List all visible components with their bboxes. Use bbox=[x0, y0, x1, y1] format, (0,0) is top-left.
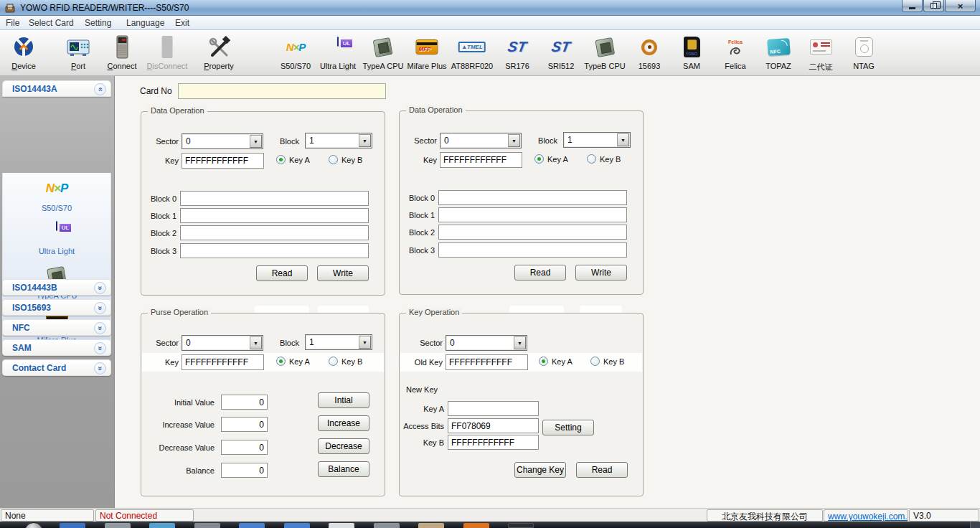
close-button[interactable]: × bbox=[945, 0, 976, 12]
key-b-radio[interactable]: Key B bbox=[587, 154, 621, 164]
toolbar-item-device[interactable]: Device bbox=[6, 34, 41, 70]
start-button[interactable] bbox=[24, 522, 43, 528]
toolbar-item-ntag[interactable]: NTAG bbox=[847, 34, 881, 70]
dropdown-arrow-icon[interactable]: ▼ bbox=[359, 336, 371, 349]
block1-input[interactable] bbox=[438, 207, 627, 222]
dropdown-arrow-icon[interactable]: ▼ bbox=[617, 133, 629, 146]
card-no-input[interactable] bbox=[178, 83, 386, 99]
block3-input[interactable] bbox=[438, 242, 627, 258]
sector-dropdown[interactable]: 0 ▼ bbox=[446, 335, 527, 351]
toolbar-item-mifare-plus[interactable]: MFP Mifare Plus bbox=[407, 34, 446, 70]
sidebar-section-nfc[interactable]: NFC » bbox=[2, 319, 111, 336]
toolbar-item-at88rf020[interactable]: ▲TMEL AT88RF020 bbox=[451, 34, 494, 70]
sidebar-section-iso14443b[interactable]: ISO14443B » bbox=[2, 279, 111, 296]
balance-input[interactable] bbox=[221, 463, 268, 478]
expand-button[interactable]: » bbox=[94, 322, 106, 334]
toolbar-item-sr176[interactable]: ST SR176 bbox=[500, 34, 534, 70]
taskbar-icon[interactable] bbox=[284, 523, 310, 528]
block2-input[interactable] bbox=[180, 225, 369, 240]
increase-value-input[interactable] bbox=[221, 417, 268, 432]
expand-button[interactable]: » bbox=[94, 342, 106, 354]
new-key-b-input[interactable] bbox=[448, 435, 539, 450]
block-dropdown[interactable]: 1 ▼ bbox=[563, 132, 631, 148]
key-b-radio[interactable]: Key B bbox=[590, 357, 624, 366]
sidebar-section-sam[interactable]: SAM » bbox=[2, 339, 111, 356]
key-a-radio[interactable]: Key A bbox=[276, 155, 310, 164]
block0-input[interactable] bbox=[180, 191, 369, 206]
taskbar-icon[interactable] bbox=[463, 523, 489, 528]
balance-button[interactable]: Balance bbox=[318, 461, 369, 477]
toolbar-item-15693[interactable]: 15693 bbox=[632, 34, 666, 70]
change-key-button[interactable]: Change Key bbox=[514, 462, 566, 478]
menu-language[interactable]: Language bbox=[123, 18, 167, 28]
access-bits-input[interactable] bbox=[448, 418, 539, 433]
taskbar-icon[interactable] bbox=[194, 523, 220, 528]
expand-button[interactable]: » bbox=[94, 282, 106, 294]
key-b-radio[interactable]: Key B bbox=[329, 155, 362, 164]
key-input[interactable] bbox=[440, 152, 522, 168]
expand-button[interactable]: » bbox=[94, 302, 106, 314]
taskbar[interactable] bbox=[0, 522, 980, 528]
block0-input[interactable] bbox=[438, 190, 627, 205]
toolbar-item-typeb-cpu[interactable]: TypeB CPU bbox=[584, 34, 625, 70]
toolbar-item-property[interactable]: Property bbox=[202, 34, 236, 70]
block3-input[interactable] bbox=[180, 243, 369, 258]
toolbar-item-sri512[interactable]: ST SRI512 bbox=[544, 34, 578, 70]
read-button[interactable]: Read bbox=[256, 265, 308, 281]
decrease-button[interactable]: Decrease bbox=[318, 438, 369, 454]
decrease-value-input[interactable] bbox=[221, 440, 268, 455]
key-input[interactable] bbox=[182, 354, 264, 370]
taskbar-icon[interactable] bbox=[239, 523, 265, 528]
toolbar-item-ultra-light[interactable]: UL Ultra Light bbox=[320, 34, 356, 70]
dropdown-arrow-icon[interactable]: ▼ bbox=[359, 134, 371, 147]
sidebar-section-contact-card[interactable]: Contact Card » bbox=[2, 359, 111, 376]
menu-file[interactable]: File bbox=[3, 18, 22, 28]
key-a-radio[interactable]: Key A bbox=[534, 154, 568, 164]
increase-button[interactable]: Increase bbox=[318, 415, 369, 431]
read-button[interactable]: Read bbox=[514, 265, 566, 280]
taskbar-icon[interactable] bbox=[149, 523, 175, 528]
sidebar-section-iso15693[interactable]: ISO15693 » bbox=[2, 299, 111, 316]
old-key-input[interactable] bbox=[446, 354, 528, 370]
sidebar-section-iso14443a[interactable]: ISO14443A » bbox=[2, 80, 111, 97]
website-link[interactable]: www.youwokeji.com.cn bbox=[828, 512, 908, 522]
collapse-button[interactable]: » bbox=[94, 83, 106, 95]
initial-button[interactable]: Intial bbox=[318, 392, 369, 408]
sidebar-item-ultra-light[interactable]: UL Ultra Light bbox=[3, 220, 110, 255]
sidebar-item-s50s70[interactable]: N×P S50/S70 bbox=[3, 177, 110, 212]
key-a-radio[interactable]: Key A bbox=[539, 357, 573, 366]
key-a-radio[interactable]: Key A bbox=[276, 357, 310, 366]
sector-dropdown[interactable]: 0 ▼ bbox=[440, 133, 522, 148]
block-dropdown[interactable]: 1 ▼ bbox=[305, 334, 372, 350]
setting-button[interactable]: Setting bbox=[542, 420, 594, 435]
write-button[interactable]: Write bbox=[575, 265, 627, 280]
write-button[interactable]: Write bbox=[317, 265, 369, 281]
dropdown-arrow-icon[interactable]: ▼ bbox=[508, 134, 520, 147]
sector-dropdown[interactable]: 0 ▼ bbox=[182, 133, 263, 149]
dropdown-arrow-icon[interactable]: ▼ bbox=[514, 336, 526, 349]
key-b-radio[interactable]: Key B bbox=[329, 357, 362, 366]
dropdown-arrow-icon[interactable]: ▼ bbox=[250, 336, 262, 349]
key-input[interactable] bbox=[182, 153, 264, 169]
show-desktop-button[interactable] bbox=[970, 522, 980, 528]
taskbar-icon[interactable] bbox=[60, 523, 85, 528]
menu-exit[interactable]: Exit bbox=[172, 18, 192, 28]
read-button[interactable]: Read bbox=[576, 462, 628, 478]
menu-setting[interactable]: Setting bbox=[82, 18, 114, 28]
new-key-a-input[interactable] bbox=[448, 401, 539, 416]
block1-input[interactable] bbox=[180, 208, 369, 223]
restore-button[interactable] bbox=[923, 0, 944, 12]
toolbar-item-port[interactable]: Port bbox=[61, 34, 95, 70]
menu-select-card[interactable]: Select Card bbox=[26, 18, 77, 28]
toolbar-item-topaz[interactable]: NFC TOPAZ bbox=[761, 34, 796, 70]
taskbar-icon[interactable] bbox=[508, 523, 534, 528]
expand-button[interactable]: » bbox=[94, 362, 106, 374]
toolbar-item-felica[interactable]: Felica Felica bbox=[718, 34, 753, 70]
toolbar-item-typea-cpu[interactable]: TypeA CPU bbox=[363, 34, 404, 70]
initial-value-input[interactable] bbox=[221, 395, 268, 410]
taskbar-icon[interactable] bbox=[418, 523, 444, 528]
taskbar-icon[interactable] bbox=[105, 523, 131, 528]
status-website[interactable]: www.youwokeji.com.cn bbox=[824, 509, 908, 522]
dropdown-arrow-icon[interactable]: ▼ bbox=[250, 135, 262, 148]
sector-dropdown[interactable]: 0 ▼ bbox=[182, 335, 263, 351]
